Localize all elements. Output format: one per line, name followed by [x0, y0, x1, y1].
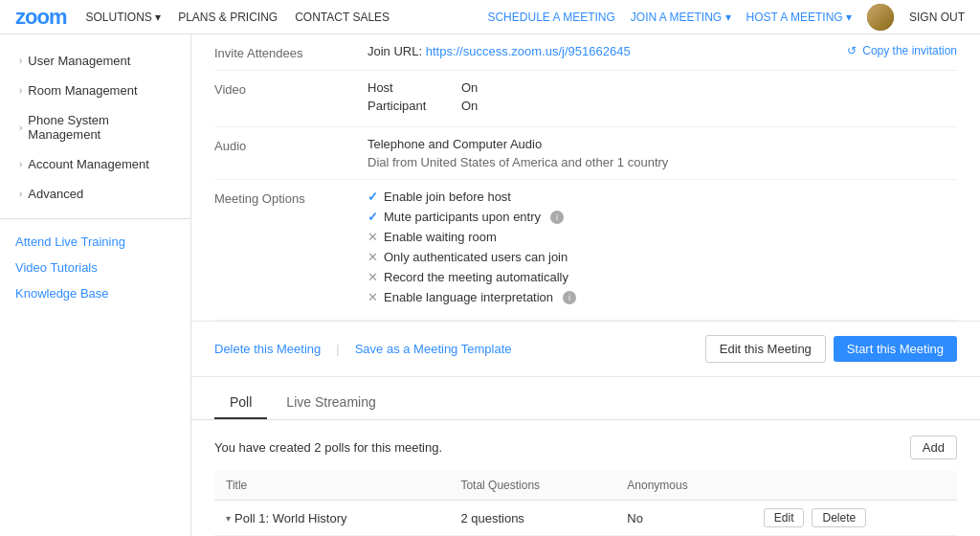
video-row: Video Host On Participant On — [214, 71, 957, 127]
meeting-options-values: ✓ Enable join before host ✓ Mute partici… — [368, 190, 957, 310]
poll-title-text: Poll 1: World History — [234, 511, 347, 525]
join-url-prefix: Join URL: — [368, 44, 426, 58]
participant-value: On — [461, 99, 478, 113]
sidebar-label: Advanced — [28, 187, 83, 201]
main-content: Invite Attendees Join URL: https://succe… — [191, 34, 980, 536]
copy-icon: ↺ — [847, 44, 857, 57]
col-actions — [752, 471, 957, 501]
sidebar: › User Management › Room Management › Ph… — [0, 34, 191, 536]
tab-live-streaming[interactable]: Live Streaming — [271, 385, 390, 419]
poll-table-header-row: Title Total Questions Anonymous — [214, 471, 957, 501]
sign-out-button[interactable]: SIGN OUT — [909, 11, 965, 24]
x-icon-4: ✕ — [368, 270, 378, 284]
main-layout: › User Management › Room Management › Ph… — [0, 34, 980, 536]
meeting-details-table: Invite Attendees Join URL: https://succe… — [191, 34, 980, 321]
join-url-link[interactable]: https://success.zoom.us/j/951662645 — [426, 44, 631, 58]
option-label-3: Only authenticated users can join — [384, 250, 568, 264]
host-video-row: Host On — [368, 80, 957, 95]
tabs-bar: Poll Live Streaming — [191, 385, 980, 420]
top-nav: zoom SOLUTIONS ▾ PLANS & PRICING CONTACT… — [0, 0, 980, 34]
poll-delete-button[interactable]: Delete — [812, 508, 866, 527]
poll-table-head: Title Total Questions Anonymous — [214, 471, 957, 501]
chevron-icon: › — [19, 85, 22, 96]
tab-poll[interactable]: Poll — [214, 385, 267, 419]
tab-live-streaming-label: Live Streaming — [286, 394, 375, 410]
chevron-icon: › — [19, 123, 22, 133]
sidebar-label: Room Management — [28, 83, 137, 98]
option-label-1: Mute participants upon entry — [384, 210, 541, 224]
info-icon-5[interactable]: i — [563, 291, 576, 304]
x-icon-3: ✕ — [368, 250, 378, 264]
save-template-button[interactable]: Save as a Meeting Template — [355, 342, 512, 356]
sidebar-item-user-management[interactable]: › User Management — [0, 46, 190, 76]
tab-poll-label: Poll — [230, 394, 252, 410]
dial-from: Dial from United States of America and o… — [368, 155, 957, 169]
sidebar-item-room-management[interactable]: › Room Management — [0, 76, 190, 105]
host-value: On — [461, 80, 478, 95]
poll-questions-cell: 2 questions — [449, 501, 615, 536]
audio-value: Telephone and Computer Audio Dial from U… — [368, 137, 957, 169]
poll-edit-button[interactable]: Edit — [764, 508, 805, 527]
video-value: Host On Participant On — [368, 80, 957, 117]
chevron-icon: › — [19, 189, 22, 199]
nav-plans-pricing[interactable]: PLANS & PRICING — [178, 11, 278, 24]
nav-right: SCHEDULE A MEETING JOIN A MEETING ▾ HOST… — [487, 4, 965, 31]
chevron-icon: › — [19, 56, 22, 66]
nav-contact-sales[interactable]: CONTACT SALES — [295, 11, 390, 24]
option-row-0: ✓ Enable join before host — [368, 190, 957, 204]
option-row-1: ✓ Mute participants upon entry i — [368, 210, 957, 224]
start-meeting-button[interactable]: Start this Meeting — [834, 336, 957, 362]
host-label: Host — [368, 80, 454, 95]
action-bar: Delete this Meeting | Save as a Meeting … — [191, 321, 980, 377]
poll-anonymous-cell: No — [615, 501, 751, 536]
poll-table-body: ▾ Poll 1: World History 2 questions No E… — [214, 501, 957, 536]
poll-chevron-icon: ▾ — [226, 513, 231, 524]
poll-row-actions: Edit Delete — [764, 508, 946, 527]
col-anonymous: Anonymous — [615, 471, 751, 501]
nav-solutions[interactable]: SOLUTIONS ▾ — [85, 11, 161, 24]
poll-table: Title Total Questions Anonymous ▾ Poll 1… — [214, 471, 957, 536]
sidebar-link-knowledge-base[interactable]: Knowledge Base — [0, 280, 190, 306]
avatar-image — [867, 4, 894, 31]
add-poll-button[interactable]: Add — [910, 436, 957, 459]
audio-type: Telephone and Computer Audio — [368, 137, 957, 151]
participant-video-row: Participant On — [368, 99, 957, 113]
sidebar-item-advanced[interactable]: › Advanced — [0, 179, 190, 209]
poll-row-0: ▾ Poll 1: World History 2 questions No E… — [214, 501, 957, 536]
sidebar-link-live-training[interactable]: Attend Live Training — [0, 229, 190, 255]
option-row-5: ✕ Enable language interpretation i — [368, 290, 957, 304]
poll-title-cell: ▾ Poll 1: World History — [214, 501, 449, 536]
copy-invitation-button[interactable]: ↺ Copy the invitation — [847, 44, 957, 57]
invite-attendees-row: Invite Attendees Join URL: https://succe… — [214, 34, 957, 71]
participant-label: Participant — [368, 99, 454, 113]
nav-schedule-meeting[interactable]: SCHEDULE A MEETING — [487, 11, 614, 24]
delete-meeting-button[interactable]: Delete this Meeting — [214, 342, 321, 356]
nav-host-meeting[interactable]: HOST A MEETING ▾ — [746, 11, 852, 24]
check-icon-0: ✓ — [368, 190, 378, 204]
copy-invitation-label: Copy the invitation — [862, 44, 957, 57]
info-icon-1[interactable]: i — [550, 211, 564, 224]
sidebar-link-video-tutorials[interactable]: Video Tutorials — [0, 255, 190, 280]
option-row-3: ✕ Only authenticated users can join — [368, 250, 957, 264]
option-label-0: Enable join before host — [384, 190, 511, 204]
sidebar-label: Phone System Management — [28, 113, 175, 142]
x-icon-2: ✕ — [368, 230, 378, 244]
sidebar-item-account-management[interactable]: › Account Management — [0, 149, 190, 179]
x-icon-5: ✕ — [368, 290, 378, 304]
sidebar-item-phone-system[interactable]: › Phone System Management — [0, 105, 190, 149]
sidebar-label: Account Management — [28, 157, 148, 171]
separator: | — [336, 342, 339, 356]
invite-attendees-label: Invite Attendees — [214, 44, 368, 60]
nav-links: SOLUTIONS ▾ PLANS & PRICING CONTACT SALE… — [85, 11, 390, 24]
poll-actions-cell: Edit Delete — [752, 501, 957, 536]
poll-title-label: ▾ Poll 1: World History — [226, 511, 437, 525]
avatar[interactable] — [867, 4, 894, 31]
zoom-logo[interactable]: zoom — [15, 5, 66, 30]
edit-meeting-button[interactable]: Edit this Meeting — [705, 335, 826, 363]
col-total-questions: Total Questions — [449, 471, 615, 501]
nav-join-meeting[interactable]: JOIN A MEETING ▾ — [631, 11, 731, 24]
option-label-5: Enable language interpretation — [384, 290, 553, 304]
audio-label: Audio — [214, 137, 368, 153]
audio-row: Audio Telephone and Computer Audio Dial … — [214, 127, 957, 180]
option-label-2: Enable waiting room — [384, 230, 497, 244]
